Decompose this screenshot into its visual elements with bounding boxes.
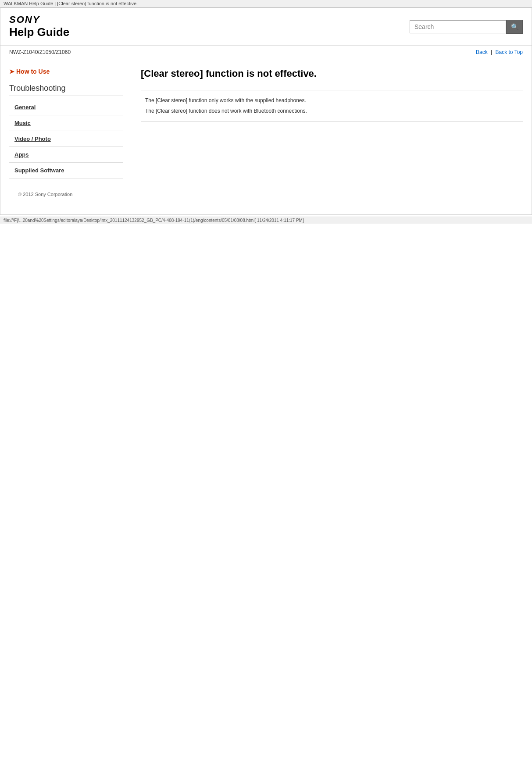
- nav-bar: NWZ-Z1040/Z1050/Z1060 Back | Back to Top: [0, 46, 532, 59]
- sidebar-item-apps[interactable]: Apps: [9, 147, 123, 163]
- device-model: NWZ-Z1040/Z1050/Z1060: [9, 49, 71, 55]
- troubleshooting-heading: Troubleshooting: [9, 84, 123, 96]
- browser-title-bar: WALKMAN Help Guide | [Clear stereo] func…: [0, 0, 532, 7]
- search-area: 🔍: [410, 20, 523, 34]
- chevron-right-icon: ➤: [9, 68, 14, 75]
- help-guide-title: Help Guide: [9, 25, 69, 39]
- troubleshooting-section: Troubleshooting General Music Video / Ph…: [9, 84, 123, 178]
- search-input[interactable]: [410, 20, 506, 33]
- logo-area: SONY Help Guide: [9, 14, 69, 39]
- how-to-use-link[interactable]: ➤ How to Use: [9, 68, 123, 75]
- how-to-use-label: How to Use: [16, 68, 50, 75]
- back-link[interactable]: Back: [476, 49, 488, 55]
- nav-links: Back | Back to Top: [476, 49, 523, 55]
- sidebar-item-supplied-software[interactable]: Supplied Software: [9, 163, 123, 178]
- sidebar: ➤ How to Use Troubleshooting General Mus…: [9, 68, 123, 206]
- status-url: file:///F|/...20and%20Settings/editorala…: [4, 218, 256, 223]
- search-button[interactable]: 🔍: [506, 20, 523, 34]
- copyright-text: © 2012 Sony Corporation: [18, 192, 72, 197]
- browser-title-text: WALKMAN Help Guide | [Clear stereo] func…: [4, 1, 138, 6]
- sony-logo: SONY: [9, 14, 69, 25]
- article-body: The [Clear stereo] function only works w…: [141, 90, 523, 121]
- status-bar: file:///F|/...20and%20Settings/editorala…: [0, 217, 532, 224]
- content-area: ➤ How to Use Troubleshooting General Mus…: [0, 59, 532, 214]
- sidebar-item-general[interactable]: General: [9, 100, 123, 115]
- sidebar-item-music[interactable]: Music: [9, 115, 123, 131]
- status-timestamp: 11/24/2011 4:11:17 PM]: [257, 218, 304, 223]
- back-to-top-link[interactable]: Back to Top: [496, 49, 523, 55]
- nav-separator: |: [491, 49, 492, 55]
- main-content: [Clear stereo] function is not effective…: [132, 68, 523, 206]
- sidebar-item-video-photo[interactable]: Video / Photo: [9, 131, 123, 147]
- footer: © 2012 Sony Corporation: [9, 183, 123, 206]
- article-title: [Clear stereo] function is not effective…: [141, 68, 523, 79]
- article-point-1: The [Clear stereo] function only works w…: [141, 97, 523, 103]
- search-icon: 🔍: [511, 23, 518, 30]
- page-wrapper: SONY Help Guide 🔍 NWZ-Z1040/Z1050/Z1060 …: [0, 7, 532, 215]
- article-point-2: The [Clear stereo] function does not wor…: [141, 108, 523, 114]
- header: SONY Help Guide 🔍: [0, 8, 532, 46]
